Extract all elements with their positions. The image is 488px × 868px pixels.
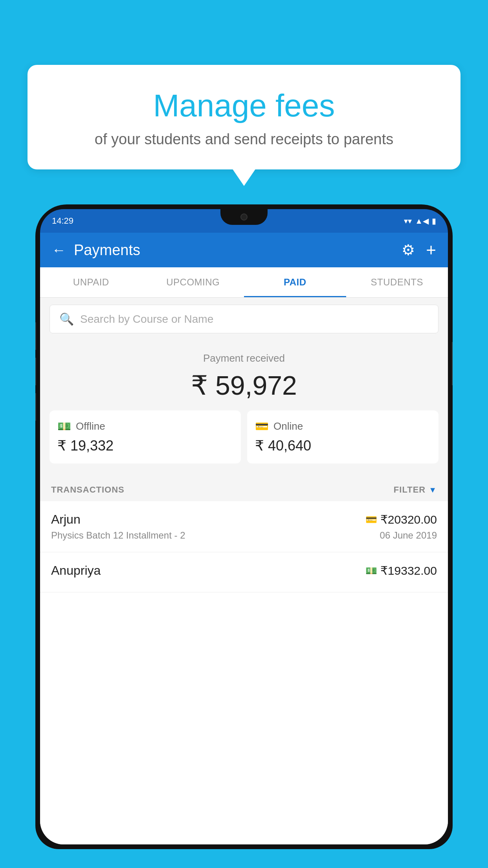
wifi-icon: ▾▾ bbox=[404, 216, 412, 226]
arjun-date: 06 June 2019 bbox=[380, 530, 437, 541]
battery-icon: ▮ bbox=[432, 216, 436, 226]
tab-unpaid[interactable]: UNPAID bbox=[40, 267, 142, 297]
payment-received-label: Payment received bbox=[50, 352, 438, 364]
cash-icon: 💵 bbox=[57, 420, 71, 433]
header-right: ⚙ + bbox=[402, 241, 436, 259]
back-button[interactable]: ← bbox=[52, 242, 66, 258]
transaction-name-arjun: Arjun bbox=[51, 512, 81, 527]
status-icons: ▾▾ ▲◀ ▮ bbox=[404, 216, 436, 226]
anupriya-amount-row: 💵 ₹19332.00 bbox=[365, 564, 437, 577]
transaction-item-anupriya[interactable]: Anupriya 💵 ₹19332.00 bbox=[40, 552, 448, 592]
payment-total-amount: ₹ 59,972 bbox=[50, 370, 438, 401]
app-header: ← Payments ⚙ + bbox=[40, 233, 448, 267]
signal-icon: ▲◀ bbox=[415, 216, 429, 226]
transactions-label: TRANSACTIONS bbox=[51, 485, 125, 495]
tab-paid[interactable]: PAID bbox=[244, 267, 346, 297]
gear-icon[interactable]: ⚙ bbox=[402, 241, 415, 259]
phone-notch bbox=[220, 209, 268, 225]
online-payment-card: 💳 Online ₹ 40,640 bbox=[247, 410, 438, 463]
manage-fees-subtitle: of your students and send receipts to pa… bbox=[43, 131, 445, 148]
tab-students[interactable]: STUDENTS bbox=[346, 267, 448, 297]
speech-bubble: Manage fees of your students and send re… bbox=[28, 65, 460, 169]
card-icon: 💳 bbox=[255, 420, 269, 433]
search-icon: 🔍 bbox=[59, 312, 74, 326]
front-camera bbox=[240, 213, 248, 221]
header-title: Payments bbox=[74, 242, 140, 259]
app-screen: ← Payments ⚙ + UNPAID UPCOMING bbox=[40, 233, 448, 844]
manage-fees-title: Manage fees bbox=[43, 88, 445, 123]
arjun-amount-row: 💳 ₹20320.00 bbox=[365, 513, 437, 526]
transaction-name-anupriya: Anupriya bbox=[51, 563, 101, 578]
transaction-item-arjun[interactable]: Arjun 💳 ₹20320.00 Physics Batch 12 Insta… bbox=[40, 501, 448, 552]
card-payment-icon-arjun: 💳 bbox=[365, 514, 377, 525]
search-placeholder-text: Search by Course or Name bbox=[80, 313, 213, 326]
header-left: ← Payments bbox=[52, 242, 140, 259]
add-payment-icon[interactable]: + bbox=[426, 241, 436, 259]
filter-icon: ▼ bbox=[429, 485, 437, 495]
arjun-amount: ₹20320.00 bbox=[380, 513, 437, 526]
status-bar: 14:29 ▾▾ ▲◀ ▮ bbox=[40, 209, 448, 233]
transactions-header: TRANSACTIONS FILTER ▼ bbox=[40, 475, 448, 501]
online-label: Online bbox=[273, 420, 303, 432]
offline-payment-card: 💵 Offline ₹ 19,332 bbox=[50, 410, 241, 463]
search-bar[interactable]: 🔍 Search by Course or Name bbox=[50, 305, 438, 333]
filter-button[interactable]: FILTER ▼ bbox=[394, 485, 437, 495]
arjun-course: Physics Batch 12 Installment - 2 bbox=[51, 530, 185, 541]
status-time: 14:29 bbox=[52, 216, 73, 226]
phone-power-button bbox=[452, 342, 453, 385]
tabs-container: UNPAID UPCOMING PAID STUDENTS bbox=[40, 267, 448, 298]
offline-label: Offline bbox=[76, 420, 105, 432]
tab-upcoming[interactable]: UPCOMING bbox=[142, 267, 244, 297]
offline-amount: ₹ 19,332 bbox=[57, 438, 233, 454]
offline-card-label-row: 💵 Offline bbox=[57, 420, 233, 433]
payment-cards: 💵 Offline ₹ 19,332 💳 Online ₹ 40,640 bbox=[50, 410, 438, 463]
search-container: 🔍 Search by Course or Name bbox=[40, 298, 448, 340]
transactions-list: Arjun 💳 ₹20320.00 Physics Batch 12 Insta… bbox=[40, 501, 448, 844]
online-card-label-row: 💳 Online bbox=[255, 420, 431, 433]
app-background: Manage fees of your students and send re… bbox=[0, 0, 488, 868]
payment-summary: Payment received ₹ 59,972 💵 Offline ₹ 19… bbox=[40, 340, 448, 475]
cash-payment-icon-anupriya: 💵 bbox=[365, 565, 377, 576]
phone-volume-buttons bbox=[35, 322, 36, 421]
filter-text: FILTER bbox=[394, 485, 426, 495]
phone-device: 14:29 ▾▾ ▲◀ ▮ ← Payments bbox=[35, 204, 453, 868]
online-amount: ₹ 40,640 bbox=[255, 438, 431, 454]
anupriya-amount: ₹19332.00 bbox=[380, 564, 437, 577]
